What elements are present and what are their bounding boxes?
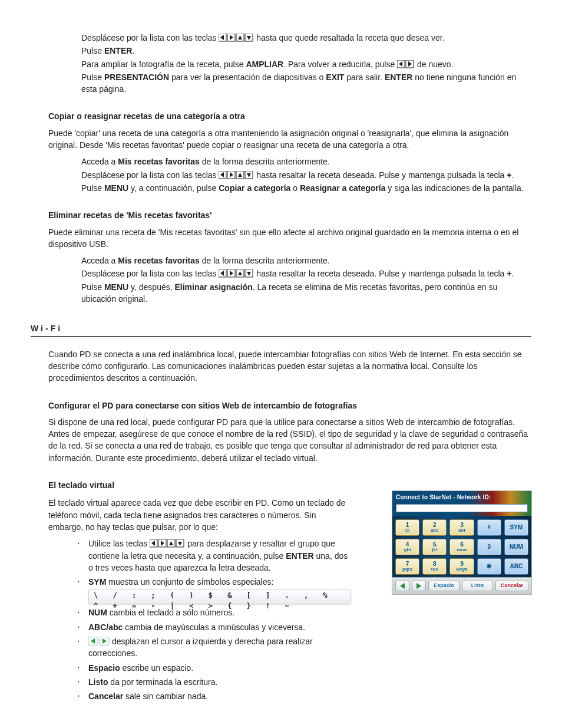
copy-step2: Desplácese por la lista con las teclas h… — [81, 169, 531, 181]
virtual-keyboard: Connect to StarNet - Network ID: 1@2abc3… — [392, 491, 531, 594]
leftright-icon — [397, 60, 415, 68]
vkb-key-✱[interactable]: ✱ — [477, 558, 501, 575]
vkb-done-button[interactable]: Listo — [462, 581, 493, 591]
vkb-key-1[interactable]: 1@ — [395, 519, 419, 536]
del-step3: Pulse MENU y, después, Eliminar asignaci… — [81, 281, 531, 305]
dpad-icon — [219, 171, 254, 179]
symbol-row: \ / : ; ( ) $ & [ ] . , % ^ + = - | < > … — [88, 589, 351, 604]
vkb-cursor-left[interactable] — [395, 581, 409, 591]
del-step1: Acceda a Mis recetas favoritas de la for… — [81, 255, 531, 266]
kb-li-abc: ABC/abc cambia de mayúsculas a minúscula… — [88, 621, 351, 633]
heading-delete: Eliminar recetas de 'Mis recetas favorit… — [48, 209, 531, 221]
del-step2: Desplácese por la lista con las teclas h… — [81, 268, 531, 279]
copy-step1: Acceda a Mis recetas favoritas de la for… — [81, 156, 531, 167]
vkb-text-input[interactable] — [396, 504, 528, 512]
vkb-key-sym[interactable]: SYM — [504, 519, 528, 536]
kb-feature-list: Utilice las teclas para desplazarse y re… — [48, 538, 351, 702]
wifi-section-header: Wi-Fi — [31, 322, 531, 336]
vkb-title: Connect to StarNet - Network ID: — [396, 493, 528, 502]
vkb-key-3[interactable]: 3def — [449, 519, 474, 536]
step-presentation: Pulse PRESENTACIÓN para ver la presentac… — [81, 71, 531, 95]
del-intro: Puede eliminar una receta de 'Mis receta… — [48, 226, 531, 251]
heading-config-pd: Configurar el PD para conectarse con sit… — [48, 400, 531, 411]
kb-li-space: Espacio escribe un espacio. — [88, 662, 351, 674]
vkb-key-9[interactable]: 9wxyz — [449, 558, 474, 575]
vkb-key-4[interactable]: 4ghi — [395, 539, 419, 555]
vkb-key-8[interactable]: 8tuv — [422, 558, 447, 575]
vkb-cancel-button[interactable]: Cancelar — [495, 581, 528, 591]
kb-li-cursor: desplazan el cursor a izquierda y derech… — [88, 635, 351, 660]
heading-virtual-kb: El teclado virtual — [48, 479, 531, 491]
vkb-key-5[interactable]: 5jkl — [422, 539, 447, 555]
vkb-cursor-right[interactable] — [412, 581, 426, 591]
kb-li-done: Listo da por terminada la escritura. — [88, 676, 351, 688]
dpad-icon — [219, 269, 254, 278]
dpad-icon — [219, 34, 254, 42]
vkb-key-6[interactable]: 6mno — [449, 539, 474, 555]
kb-li-num: NUM cambia el teclado a sólo números. — [88, 607, 351, 618]
kb-li-navigate: Utilice las teclas para desplazarse y re… — [88, 538, 351, 574]
green-leftright-icon — [88, 637, 110, 646]
vkb-key-0[interactable]: 0 — [477, 539, 501, 555]
step-zoom: Para ampliar la fotografía de la receta,… — [81, 58, 531, 70]
step-scroll-list: Desplácese por la lista con las teclas h… — [81, 32, 531, 44]
vkb-key-7[interactable]: 7pqrs — [395, 558, 419, 575]
vkb-key-#[interactable]: # — [477, 519, 501, 536]
copy-intro: Puede 'copiar' una receta de una categor… — [48, 127, 531, 151]
wifi-intro: Cuando PD se conecta a una red inalámbri… — [48, 348, 531, 384]
heading-copy-reassign: Copiar o reasignar recetas de una catego… — [48, 110, 531, 122]
dpad-icon — [150, 539, 185, 548]
kb-li-sym: SYM muestra un conjunto de símbolos espe… — [88, 576, 351, 604]
kb-intro: El teclado virtual aparece cada vez que … — [48, 497, 351, 533]
vkb-key-abc[interactable]: ABC — [504, 558, 528, 575]
vkb-key-num[interactable]: NUM — [504, 539, 528, 555]
svg-marker-17 — [416, 583, 421, 589]
vkb-space-button[interactable]: Espacio — [428, 581, 459, 591]
copy-step3: Pulse MENU y, a continuación, pulse Copi… — [81, 182, 531, 194]
step-press-enter: Pulse ENTER. — [81, 45, 531, 57]
svg-marker-16 — [400, 583, 405, 589]
kb-li-cancel: Cancelar sale sin cambiar nada. — [88, 690, 351, 702]
cfg-p1: Si dispone de una red local, puede confi… — [48, 416, 531, 464]
vkb-key-2[interactable]: 2abc — [422, 519, 447, 536]
